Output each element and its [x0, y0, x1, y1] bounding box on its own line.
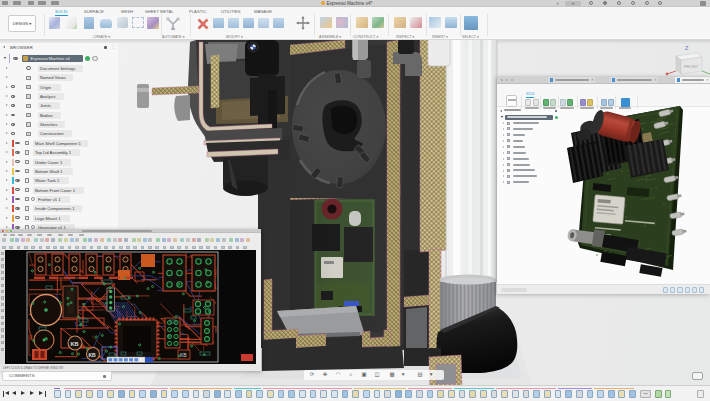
- svg-text:KB: KB: [89, 351, 97, 357]
- svg-text:KB: KB: [71, 340, 79, 346]
- svg-text:KB: KB: [180, 352, 187, 358]
- svg-text:Z: Z: [685, 45, 689, 51]
- svg-text:FRONT: FRONT: [684, 64, 699, 69]
